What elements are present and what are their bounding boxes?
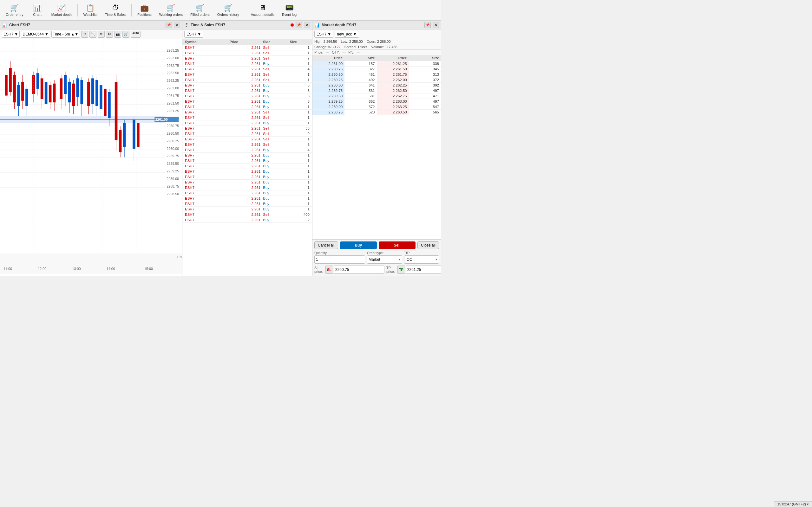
toolbar-chart[interactable]: 📊 Chart bbox=[28, 1, 47, 19]
depth-row[interactable]: 2 260.00 641 2 262.25 392 bbox=[312, 83, 441, 88]
ts-row-symbol: ESH7 bbox=[184, 56, 229, 60]
ts-row-price: 2 261 bbox=[229, 202, 262, 206]
ts-row: ESH7 2 261 Buy 1 bbox=[183, 169, 312, 174]
depth-row[interactable]: 2 260.50 451 2 261.75 313 bbox=[312, 72, 441, 77]
chart-area[interactable]: 2263.25 2263.00 2262.75 2262.50 2262.25 … bbox=[0, 39, 182, 276]
ts-row-side: Buy bbox=[262, 191, 288, 195]
svg-rect-65 bbox=[49, 85, 52, 102]
order-entry-icon: 🛒 bbox=[10, 4, 19, 12]
ask-price: 2 262.50 bbox=[377, 88, 409, 93]
ts-row-symbol: ESH7 bbox=[184, 121, 229, 125]
md-symbol-select[interactable]: ESH7 ▼ bbox=[314, 31, 334, 38]
tif-select[interactable]: IOC Day GTC bbox=[404, 256, 439, 264]
svg-rect-69 bbox=[60, 78, 62, 99]
toolbar-filled-orders[interactable]: 🛒 Filled orders bbox=[187, 1, 213, 19]
ts-row-side: Buy bbox=[262, 153, 288, 158]
ts-row-price: 2 261 bbox=[229, 67, 262, 71]
ts-row-symbol: ESH7 bbox=[184, 137, 229, 141]
ask-size: 338 bbox=[409, 61, 441, 66]
bid-size: 492 bbox=[345, 77, 376, 82]
ts-panel-pin[interactable]: 📌 bbox=[296, 22, 302, 28]
toolbar-positions[interactable]: 💼 Positions bbox=[134, 1, 155, 19]
ask-size: 372 bbox=[409, 77, 441, 82]
ts-row-side: Sell bbox=[262, 131, 288, 136]
depth-row[interactable]: 2 259.25 662 2 263.00 497 bbox=[312, 99, 441, 104]
chart-auto-btn[interactable]: Auto bbox=[131, 31, 141, 38]
chart-indicators-btn[interactable]: 📉 bbox=[90, 31, 96, 38]
buy-button[interactable]: Buy bbox=[340, 241, 377, 249]
ts-row-side: Sell bbox=[262, 67, 288, 71]
chart-screenshot-btn[interactable]: 📷 bbox=[114, 31, 121, 38]
chart-trade-btn[interactable]: 🛒 bbox=[122, 31, 130, 38]
chart-timeframe-select[interactable]: Time - 5m ▲▼ bbox=[51, 31, 80, 38]
svg-rect-85 bbox=[96, 80, 98, 106]
chart-symbol-select[interactable]: ESH7 ▼ bbox=[2, 31, 20, 38]
ts-row-symbol: ESH7 bbox=[184, 67, 229, 71]
ts-row-side: Buy bbox=[262, 105, 288, 109]
depth-row[interactable]: 2 259.50 581 2 262.75 471 bbox=[312, 94, 441, 99]
chart-draw-btn[interactable]: ✏ bbox=[98, 31, 105, 38]
ts-row-symbol: ESH7 bbox=[184, 45, 229, 50]
svg-text:2261.50: 2261.50 bbox=[166, 101, 179, 105]
depth-col-bid-size: Size bbox=[345, 56, 376, 60]
md-account-select[interactable]: new_acc ▼ bbox=[335, 31, 359, 38]
ts-row-size: 1 bbox=[289, 202, 311, 206]
depth-row[interactable]: 2 260.25 492 2 262.00 372 bbox=[312, 77, 441, 83]
bid-price: 2 260.50 bbox=[312, 72, 345, 77]
ts-row-symbol: ESH7 bbox=[184, 61, 229, 66]
chart-panel-pin[interactable]: 📌 bbox=[165, 22, 172, 28]
ts-col-size: Size bbox=[289, 40, 311, 44]
md-panel-pin[interactable]: 📌 bbox=[424, 22, 431, 28]
toolbar-event-log[interactable]: 📟 Event log bbox=[279, 1, 300, 19]
tp-input[interactable] bbox=[406, 266, 441, 274]
toolbar-working-orders[interactable]: 🛒 Working orders bbox=[156, 1, 186, 19]
quantity-input[interactable] bbox=[314, 256, 365, 264]
depth-row[interactable]: 2 258.75 523 2 263.50 565 bbox=[312, 110, 441, 115]
ts-row-symbol: ESH7 bbox=[184, 83, 229, 88]
ts-row-side: Buy bbox=[262, 121, 288, 125]
close-all-button[interactable]: Close all bbox=[417, 241, 439, 249]
md-high-val: 2 266.50 bbox=[323, 40, 337, 43]
chart-settings-btn[interactable]: ⚙ bbox=[106, 31, 113, 38]
cancel-all-button[interactable]: Cancel all bbox=[314, 241, 338, 249]
svg-text:2259.00: 2259.00 bbox=[166, 177, 179, 181]
main-layout: 📊 Chart ESH7 📌 ✕ ESH7 ▼ DEMO-8544 ▼ Time… bbox=[0, 20, 441, 276]
depth-row[interactable]: 2 259.75 531 2 262.50 497 bbox=[312, 88, 441, 94]
depth-row[interactable]: 2 260.75 327 2 261.50 345 bbox=[312, 66, 441, 72]
ask-size: 547 bbox=[409, 104, 441, 109]
toolbar-time-sales[interactable]: ⏱ Time & Sales bbox=[102, 1, 129, 19]
toolbar-watchlist[interactable]: 📋 Watchlist bbox=[80, 1, 101, 19]
ts-row: ESH7 2 261 Sell 1 bbox=[183, 110, 312, 115]
chart-account-select[interactable]: DEMO-8544 ▼ bbox=[21, 31, 50, 38]
ts-row-side: Buy bbox=[262, 207, 288, 211]
ts-row-price: 2 261 bbox=[229, 105, 262, 109]
ts-row-size: 36 bbox=[289, 126, 311, 130]
ts-row-size: 400 bbox=[289, 212, 311, 217]
ts-row-symbol: ESH7 bbox=[184, 158, 229, 163]
chart-panel-close[interactable]: ✕ bbox=[174, 22, 180, 28]
chart-compare-btn[interactable]: ⊕ bbox=[81, 31, 88, 38]
toolbar-market-depth[interactable]: 📈 Market depth bbox=[48, 1, 75, 19]
ts-symbol-select[interactable]: ESH7 ▼ bbox=[184, 31, 203, 38]
depth-row[interactable]: 2 261.00 157 2 261.25 338 bbox=[312, 61, 441, 66]
toolbar-event-log-label: Event log bbox=[282, 13, 297, 16]
depth-row[interactable]: 2 259.00 572 2 263.25 547 bbox=[312, 104, 441, 110]
md-panel-close[interactable]: ✕ bbox=[433, 22, 439, 28]
toolbar-order-entry[interactable]: 🛒 Order entry bbox=[3, 1, 27, 19]
sl-input[interactable] bbox=[334, 266, 385, 274]
toolbar-account-details[interactable]: 🖥 Account details bbox=[248, 1, 278, 19]
ts-row: ESH7 2 261 Sell 4 bbox=[183, 66, 312, 72]
toolbar-sep-2 bbox=[131, 4, 132, 16]
bid-size: 531 bbox=[345, 88, 376, 93]
ts-row-price: 2 261 bbox=[229, 212, 262, 217]
svg-text:14:00: 14:00 bbox=[107, 267, 115, 271]
sell-button[interactable]: Sell bbox=[379, 241, 415, 249]
ts-row-side: Sell bbox=[262, 78, 288, 82]
ask-size: 392 bbox=[409, 83, 441, 88]
time-sales-icon: ⏱ bbox=[112, 4, 119, 12]
market-depth-icon: 📈 bbox=[57, 4, 66, 12]
ts-panel-close[interactable]: ✕ bbox=[304, 22, 310, 28]
chart-panel-header: 📊 Chart ESH7 📌 ✕ bbox=[0, 20, 182, 30]
toolbar-orders-history[interactable]: 🛒 Orders history bbox=[214, 1, 242, 19]
order-type-select[interactable]: Market Limit bbox=[367, 256, 402, 264]
